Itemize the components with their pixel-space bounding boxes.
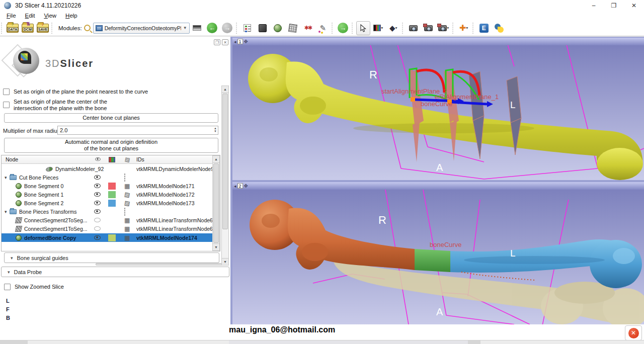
segment-editor-button[interactable]: ✎ — [316, 21, 330, 35]
visibility-eye-icon[interactable] — [94, 200, 101, 206]
extensions-manager-button[interactable]: E — [477, 21, 491, 35]
markup-label-end-plane[interactable]: endAlignmentPlane_1 — [435, 93, 499, 101]
visibility-eye-icon[interactable] — [94, 175, 101, 181]
view1-header[interactable]: ◂ 1 ✥ — [232, 38, 644, 45]
column-color-icon[interactable] — [109, 157, 115, 162]
column-node[interactable]: Node — [6, 156, 18, 162]
models-module-button[interactable] — [271, 21, 285, 35]
transform-cell-icon[interactable] — [124, 192, 130, 198]
column-ids[interactable]: IDs — [136, 156, 144, 162]
menu-edit[interactable]: Edit — [22, 12, 39, 20]
visibility-eye-icon[interactable] — [94, 209, 101, 215]
menu-help[interactable]: Help — [62, 12, 81, 20]
center-bone-cut-planes-button[interactable]: Center bone cut planes — [4, 113, 218, 123]
python-console-button[interactable] — [492, 21, 506, 35]
tree-row-deformed-bone-copy-selected[interactable]: deformedBone Copy vtkMRMLModelNode174 — [2, 233, 212, 242]
screenshot-button[interactable] — [407, 21, 421, 35]
scene-view-restore-button[interactable]: ▾ — [437, 21, 451, 35]
move-icon[interactable]: ✥ — [244, 39, 248, 44]
tree-row-bone-segment-1[interactable]: Bone Segment 1 vtkMRMLModelNode172 — [2, 191, 212, 199]
pin-icon[interactable]: ◂ — [234, 39, 236, 44]
checkbox-icon[interactable] — [4, 284, 11, 290]
tree-row-bone-pieces-transforms[interactable]: ▾Bone Pieces Transforms — [2, 208, 212, 216]
column-visibility-icon[interactable] — [95, 156, 101, 162]
show-zoomed-slice-checkbox[interactable]: Show Zoomed Slice — [4, 284, 64, 290]
tree-scrollbar[interactable]: ▲ ▼ — [212, 155, 220, 251]
transform-cell-icon[interactable] — [124, 235, 130, 241]
minimize-button[interactable]: – — [584, 0, 604, 11]
window-level-button[interactable]: ▾ — [371, 21, 385, 35]
spinbox-arrows-icon[interactable]: ▲▼ — [214, 127, 217, 133]
scroll-down-icon[interactable]: ▼ — [222, 258, 228, 265]
markup-label-bone-curve[interactable]: boneCurve — [421, 100, 453, 108]
view1-viewport[interactable]: R L A startAlignmentPlane_2 endAlignment… — [232, 45, 644, 180]
expander-icon[interactable]: ▾ — [5, 175, 10, 180]
module-forward-button[interactable]: → — [220, 21, 234, 35]
volumes-module-button[interactable] — [256, 21, 270, 35]
transform-cell-icon[interactable] — [124, 200, 130, 206]
column-transform-icon[interactable] — [125, 156, 130, 163]
menu-view[interactable]: View — [40, 12, 60, 20]
transform-cell-icon[interactable] — [124, 209, 125, 215]
tree-row-connect-segment1[interactable]: ConnectSegment1ToSeg... vtkMRMLLinearTra… — [2, 225, 212, 233]
dicom-button[interactable]: ⇅ DCM — [21, 21, 35, 35]
visibility-eye-icon[interactable] — [94, 192, 101, 198]
transform-cell-icon[interactable] — [124, 183, 130, 189]
tree-row-bone-segment-0[interactable]: Bone Segment 0 vtkMRMLModelNode171 — [2, 182, 212, 190]
transforms-module-button[interactable] — [286, 21, 300, 35]
panel-scrollbar[interactable]: ▲ ▼ — [221, 85, 229, 266]
tree-row-connect-segment2[interactable]: ConnectSegment2ToSeg... vtkMRMLLinearTra… — [2, 216, 212, 224]
data-probe-section[interactable]: ▾ Data Probe — [1, 267, 229, 277]
expander-icon[interactable]: ▾ — [5, 209, 10, 214]
checkbox-origin-nearest[interactable]: Set as origin of the plane the point nea… — [3, 89, 148, 95]
error-log-button[interactable]: ✕ — [625, 325, 642, 340]
threeD-view-2[interactable]: ◂ 2 ✥ — [232, 182, 644, 324]
panel-close-icon[interactable]: ✕ — [222, 39, 228, 45]
restore-button[interactable]: ❐ — [604, 0, 624, 11]
markups-module-button[interactable]: ✱✱ — [301, 21, 315, 35]
color-swatch[interactable] — [108, 191, 116, 198]
tree-header[interactable]: Node IDs — [2, 155, 220, 164]
transform-cell-icon[interactable] — [124, 175, 125, 181]
module-history-button[interactable] — [190, 21, 204, 35]
scroll-up-icon[interactable]: ▲ — [213, 156, 219, 163]
module-selector-combobox[interactable]: DeformityCorrectionOsteotomyPlanner ▼ — [93, 23, 190, 34]
close-button[interactable]: ✕ — [624, 0, 644, 11]
transform-cell-icon[interactable] — [124, 217, 130, 223]
pin-icon[interactable]: ◂ — [234, 184, 236, 189]
scroll-up-icon[interactable]: ▲ — [222, 86, 228, 93]
view2-header[interactable]: ◂ 2 ✥ — [232, 182, 644, 190]
move-icon[interactable]: ✥ — [244, 183, 248, 189]
extensions-crosshair-button[interactable]: ✚▾ — [457, 21, 471, 35]
scroll-down-icon[interactable]: ▼ — [213, 243, 219, 250]
checkbox-icon[interactable] — [3, 89, 10, 95]
checkbox-icon[interactable] — [3, 102, 10, 108]
multiplier-spinbox[interactable]: 2.0 ▲▼ — [57, 126, 218, 135]
module-search-icon[interactable] — [84, 25, 91, 31]
color-swatch[interactable] — [108, 200, 116, 207]
color-swatch[interactable] — [108, 183, 116, 190]
extension-wizard-button[interactable]: → — [336, 21, 350, 35]
threeD-view-1[interactable]: ◂ 1 ✥ — [232, 38, 644, 180]
visibility-eye-icon[interactable] — [94, 183, 101, 189]
checkbox-origin-center[interactable]: Set as origin of plane the center of the… — [3, 99, 107, 111]
scene-view-save-button[interactable] — [422, 21, 436, 35]
transform-cell-icon[interactable] — [124, 226, 130, 232]
markup-label-bone-curve[interactable]: boneCurve — [430, 241, 462, 248]
visibility-eye-icon[interactable] — [94, 235, 101, 241]
color-swatch[interactable] — [108, 234, 116, 241]
crosshair-button[interactable]: ◆▾ — [386, 21, 400, 35]
tree-row-cut-bone-pieces[interactable]: ▾Cut Bone Pieces — [2, 174, 212, 182]
tree-row-bone-segment-2[interactable]: Bone Segment 2 vtkMRMLModelNode173 — [2, 199, 212, 207]
mouse-interaction-button[interactable] — [356, 21, 370, 35]
bone-surgical-guides-section[interactable]: ▾ Bone surgical guides — [4, 252, 219, 263]
data-module-button[interactable] — [240, 21, 255, 35]
view2-viewport[interactable]: R L A boneCurve — [232, 190, 644, 324]
auto-normal-origin-button[interactable]: Automatic normal and origin definition o… — [4, 138, 218, 153]
tree-row-dynamic-modeler[interactable]: DynamicModeler_92 vtkMRMLDynamicModelerN… — [2, 165, 212, 173]
menu-file[interactable]: File — [3, 12, 20, 20]
visibility-eye-icon[interactable] — [94, 226, 101, 232]
horizontal-scrollbar[interactable] — [96, 263, 222, 266]
save-button[interactable]: ↓ SAVE — [36, 21, 50, 35]
module-back-button[interactable]: ← — [205, 21, 219, 35]
